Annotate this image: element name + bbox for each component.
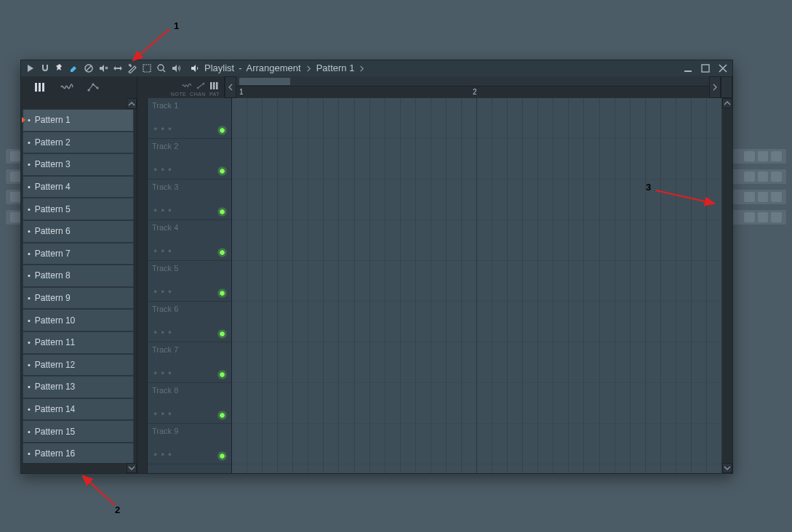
pattern-item[interactable]: •Pattern 4	[23, 176, 134, 198]
pattern-label: Pattern 1	[35, 115, 71, 125]
track-options-icon[interactable]: ● ● ●	[153, 166, 172, 173]
close-button[interactable]	[718, 63, 728, 73]
pattern-item[interactable]: •Pattern 15	[23, 420, 134, 443]
grid-scroll-up[interactable]	[722, 98, 732, 108]
track-header[interactable]: Track 2● ● ●	[148, 139, 231, 180]
titlebar[interactable]: Playlist - Arrangement Pattern 1	[21, 60, 732, 76]
grid-scroll-down[interactable]	[722, 463, 732, 473]
track-header[interactable]: Track 3● ● ●	[148, 180, 231, 220]
pattern-scrollbar[interactable]	[137, 98, 148, 473]
arrangement-grid[interactable]	[232, 98, 722, 473]
pattern-scroll-down[interactable]	[127, 463, 137, 473]
play-icon[interactable]	[25, 63, 36, 73]
chevron-right-icon	[359, 65, 365, 72]
track-options-icon[interactable]: ● ● ●	[153, 410, 172, 417]
pattern-scroll-up[interactable]	[127, 98, 137, 109]
breadcrumb[interactable]: Playlist - Arrangement Pattern 1	[190, 60, 365, 76]
view-automation-icon[interactable]	[87, 81, 100, 94]
timeline-scroll-handle[interactable]	[239, 78, 290, 85]
track-options-icon[interactable]: ● ● ●	[153, 206, 172, 214]
pattern-label: Pattern 14	[35, 404, 75, 414]
clip-pattern-icon[interactable]	[209, 81, 220, 91]
disable-icon[interactable]	[84, 63, 94, 73]
track-mute-led[interactable]	[219, 127, 225, 134]
bar-number: 1	[239, 88, 244, 96]
track-mute-led[interactable]	[219, 168, 225, 174]
track-options-icon[interactable]: ● ● ●	[153, 288, 172, 295]
pattern-label: Pattern 13	[35, 382, 75, 392]
pattern-item[interactable]: •Pattern 12	[23, 354, 134, 376]
bullet-icon: •	[28, 427, 31, 436]
clip-label-pat: PAT	[209, 92, 220, 97]
breadcrumb-pattern[interactable]: Pattern 1	[316, 60, 355, 76]
timeline-scroll[interactable]	[236, 76, 709, 86]
timeline-area: 1 2	[225, 76, 732, 98]
track-mute-led[interactable]	[219, 412, 225, 419]
svg-rect-6	[39, 83, 41, 92]
maximize-button[interactable]	[700, 63, 711, 73]
magnet-icon[interactable]	[40, 63, 50, 73]
grid-vscroll[interactable]	[722, 98, 732, 473]
pattern-item[interactable]: •Pattern 3	[23, 153, 134, 176]
track-header[interactable]: Track 9● ● ●	[148, 424, 231, 464]
timeline-ruler[interactable]: 1 2	[236, 86, 709, 98]
pattern-item[interactable]: •Pattern 5	[23, 198, 134, 220]
track-options-icon[interactable]: ● ● ●	[153, 451, 172, 458]
pattern-item[interactable]: •Pattern 13	[23, 376, 134, 398]
timeline-nav-left[interactable]	[225, 76, 236, 98]
clip-audio-icon[interactable]	[182, 81, 192, 91]
pattern-item[interactable]: •Pattern 8	[23, 265, 134, 287]
pattern-label: Pattern 16	[35, 448, 75, 459]
track-header[interactable]: Track 1● ● ●	[148, 98, 231, 139]
slip-icon[interactable]	[113, 63, 123, 73]
track-name: Track 6	[152, 305, 178, 313]
pattern-item[interactable]: •Pattern 9	[23, 287, 134, 310]
track-options-icon[interactable]: ● ● ●	[153, 125, 172, 132]
pin-icon[interactable]	[55, 63, 65, 73]
track-options-icon[interactable]: ● ● ●	[153, 369, 172, 376]
pattern-picker: •Pattern 1•Pattern 2•Pattern 3•Pattern 4…	[21, 98, 137, 473]
track-mute-led[interactable]	[219, 331, 225, 337]
pattern-item[interactable]: •Pattern 14	[23, 398, 134, 421]
track-mute-led[interactable]	[219, 371, 225, 378]
track-options-icon[interactable]: ● ● ●	[153, 247, 172, 254]
view-patterns-icon[interactable]	[34, 81, 47, 94]
clip-label-note: NOTE	[171, 92, 186, 97]
arrow-3	[655, 188, 720, 212]
timeline-zoom[interactable]	[721, 76, 732, 98]
pattern-item[interactable]: •Pattern 2	[23, 132, 134, 154]
track-mute-led[interactable]	[219, 290, 225, 297]
mute-icon[interactable]	[98, 63, 108, 73]
track-header[interactable]: Track 6● ● ●	[148, 302, 231, 342]
track-mute-led[interactable]	[219, 249, 225, 256]
pattern-label: Pattern 5	[35, 204, 71, 214]
pattern-item[interactable]: •Pattern 6	[23, 220, 134, 243]
track-mute-led[interactable]	[219, 209, 225, 215]
paint-icon[interactable]	[69, 63, 79, 73]
track-options-icon[interactable]: ● ● ●	[153, 329, 172, 336]
pattern-item[interactable]: •Pattern 7	[23, 243, 134, 265]
clip-label-chan: CHAN	[190, 92, 206, 97]
pattern-item[interactable]: •Pattern 11	[23, 331, 134, 354]
svg-line-16	[133, 29, 169, 60]
timeline-nav-right[interactable]	[709, 76, 721, 98]
pattern-item[interactable]: •Pattern 1	[23, 109, 134, 132]
track-header[interactable]: Track 8● ● ●	[148, 383, 231, 424]
track-name: Track 4	[152, 223, 178, 232]
track-header[interactable]: Track 4● ● ●	[148, 220, 231, 261]
breadcrumb-arrangement[interactable]: Arrangement	[247, 60, 301, 76]
bullet-icon: •	[28, 116, 31, 124]
track-header[interactable]: Track 5● ● ●	[148, 261, 231, 302]
svg-rect-5	[35, 83, 37, 92]
pattern-item[interactable]: •Pattern 10	[23, 309, 134, 331]
bullet-icon: •	[28, 227, 31, 235]
pattern-label: Pattern 3	[35, 159, 71, 169]
minimize-button[interactable]	[683, 63, 693, 73]
pattern-label: Pattern 15	[35, 427, 75, 437]
view-audio-icon[interactable]	[60, 81, 73, 94]
clip-auto-icon[interactable]	[196, 81, 206, 91]
track-mute-led[interactable]	[219, 453, 225, 459]
pattern-item[interactable]: •Pattern 16	[23, 443, 134, 463]
track-header[interactable]: Track 7● ● ●	[148, 342, 231, 383]
bullet-icon: •	[28, 249, 31, 258]
